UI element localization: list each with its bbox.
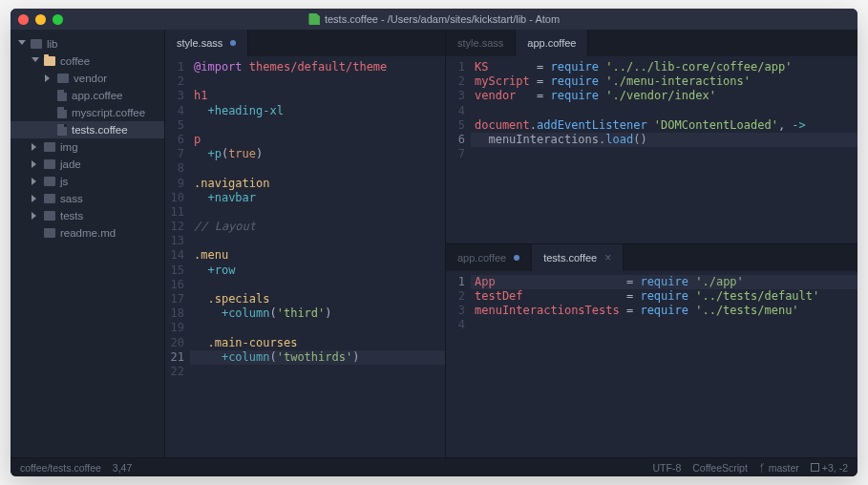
zoom-icon[interactable]	[53, 14, 63, 25]
tree-item[interactable]: sass	[11, 190, 164, 207]
code-line: menuInteractionsTests = require '../test…	[471, 304, 857, 318]
tree-view[interactable]: libcoffeevendorapp.coffeemyscript.coffee…	[11, 30, 165, 457]
window-title: tests.coffee - /Users/adam/sites/kicksta…	[308, 13, 560, 25]
tab-label: app.coffee	[457, 252, 506, 264]
caret-down-icon	[32, 57, 39, 65]
folder-icon	[44, 56, 55, 66]
code-line: .specials	[190, 292, 445, 306]
tab-label: style.sass	[457, 37, 503, 49]
cursor-line-highlight	[190, 350, 445, 365]
file-icon	[57, 107, 67, 118]
status-grammar[interactable]: CoffeeScript	[692, 462, 748, 474]
tab[interactable]: style.sass	[165, 30, 248, 56]
status-git-diff[interactable]: +3, -2	[811, 462, 848, 474]
code-area[interactable]: @import themes/default/themeh1 +heading-…	[190, 56, 445, 457]
close-tab-icon[interactable]: ×	[604, 251, 611, 264]
status-cursor-position[interactable]: 3,47	[113, 462, 132, 474]
status-file-path[interactable]: coffee/tests.coffee	[20, 462, 101, 474]
cursor-line-highlight	[471, 275, 857, 289]
tab[interactable]: tests.coffee×	[532, 244, 624, 271]
app-body: libcoffeevendorapp.coffeemyscript.coffee…	[11, 30, 857, 457]
tree-item[interactable]: readme.md	[11, 224, 164, 242]
code-line	[190, 278, 445, 292]
status-encoding[interactable]: UTF-8	[652, 462, 681, 474]
tree-item[interactable]: tests	[11, 207, 164, 224]
tree-item-label: coffee	[60, 55, 90, 67]
code-line: testDef = require '../tests/default'	[471, 289, 857, 304]
folder-open-icon	[57, 74, 69, 83]
tree-item-label: myscript.coffee	[72, 107, 145, 118]
code-line: document.addEventListener 'DOMContentLoa…	[471, 118, 857, 133]
tab-bar[interactable]: style.sassapp.coffee	[446, 30, 857, 56]
code-line: myScript = require './menu-interactions'	[471, 74, 857, 89]
git-branch-icon: ᚶ	[759, 462, 766, 474]
folder-open-icon	[44, 177, 55, 186]
caret-right-icon	[32, 143, 39, 151]
window-controls	[18, 14, 63, 25]
tree-item[interactable]: jade	[11, 156, 164, 173]
titlebar[interactable]: tests.coffee - /Users/adam/sites/kicksta…	[11, 9, 857, 30]
tree-item[interactable]: app.coffee	[11, 87, 164, 104]
tree-item[interactable]: js	[11, 173, 164, 190]
code-line: +column('third')	[190, 306, 445, 321]
tree-item-label: jade	[60, 158, 81, 170]
close-icon[interactable]	[18, 14, 29, 25]
code-line	[190, 118, 445, 133]
code-line: .navigation	[190, 177, 445, 191]
tab-bar[interactable]: app.coffeetests.coffee×	[446, 244, 857, 271]
right-bottom-pane: app.coffeetests.coffee× 1234App = requir…	[446, 244, 857, 458]
tree-item[interactable]: coffee	[11, 53, 164, 70]
gutter: 12345678910111213141516171819202122	[165, 56, 190, 457]
tree-item-label: img	[60, 141, 78, 153]
file-icon	[57, 124, 67, 136]
app-window: tests.coffee - /Users/adam/sites/kicksta…	[11, 9, 857, 476]
code-line: +p(true)	[190, 147, 445, 161]
tree-item[interactable]: myscript.coffee	[11, 104, 164, 121]
code-line	[190, 321, 445, 335]
tab[interactable]: style.sass	[446, 30, 516, 56]
left-pane: style.sass 12345678910111213141516171819…	[165, 30, 446, 457]
file-icon	[57, 90, 67, 101]
tab[interactable]: app.coffee	[516, 30, 588, 56]
code-area[interactable]: App = require './app'testDef = require '…	[471, 271, 857, 458]
gutter: 1234	[446, 271, 471, 458]
code-line: p	[190, 133, 445, 147]
tab-bar[interactable]: style.sass	[165, 30, 445, 56]
tab-label: style.sass	[177, 37, 222, 49]
folder-open-icon	[44, 142, 55, 152]
tree-item[interactable]: vendor	[11, 70, 164, 87]
editor[interactable]: 12345678910111213141516171819202122@impo…	[165, 56, 445, 457]
editor[interactable]: 1234567KS = require '../../lib-core/coff…	[446, 56, 857, 243]
minimize-icon[interactable]	[35, 14, 46, 25]
modified-icon	[514, 255, 519, 261]
code-line	[471, 104, 857, 118]
tree-item-label: vendor	[74, 73, 107, 84]
code-line: h1	[190, 89, 445, 103]
code-line	[190, 365, 445, 379]
panes: style.sass 12345678910111213141516171819…	[165, 30, 857, 457]
code-line: // Layout	[190, 220, 445, 234]
status-git-branch[interactable]: ᚶ master	[759, 462, 799, 474]
caret-right-icon	[32, 212, 39, 220]
folder-open-icon	[44, 211, 55, 221]
code-line: .main-courses	[190, 336, 445, 350]
tree-item[interactable]: img	[11, 138, 164, 156]
code-area[interactable]: KS = require '../../lib-core/coffee/app'…	[471, 56, 857, 243]
code-line	[471, 318, 857, 332]
code-line	[471, 147, 857, 161]
right-pane: style.sassapp.coffee 1234567KS = require…	[446, 30, 857, 457]
code-line	[190, 74, 445, 89]
tree-item-label: js	[60, 176, 68, 187]
tree-item[interactable]: lib	[11, 35, 164, 53]
tree-item[interactable]: tests.coffee	[11, 121, 164, 138]
caret-down-icon	[18, 40, 26, 48]
gutter: 1234567	[446, 56, 471, 243]
code-line: vendor = require './vendor/index'	[471, 89, 857, 103]
tab[interactable]: app.coffee	[446, 244, 532, 271]
code-line: @import themes/default/theme	[190, 60, 445, 74]
code-line: KS = require '../../lib-core/coffee/app'	[471, 60, 857, 74]
tree-item-label: readme.md	[60, 227, 116, 239]
tree-item-label: app.coffee	[72, 90, 123, 101]
editor[interactable]: 1234App = require './app'testDef = requi…	[446, 271, 857, 458]
tree-item-label: tests.coffee	[72, 124, 128, 136]
